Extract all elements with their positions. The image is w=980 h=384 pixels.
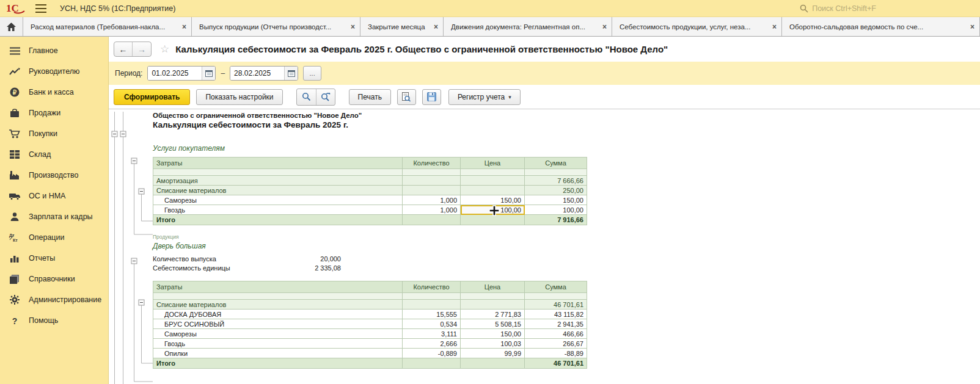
sum-cell[interactable]: 266,67 <box>525 339 587 349</box>
sum-cell[interactable]: -88,89 <box>525 349 587 358</box>
sidebar-item-8[interactable]: Зарплата и кадры <box>0 206 108 227</box>
tab-0[interactable]: Расход материалов (Требования-накла...× <box>23 17 192 36</box>
home-button[interactable] <box>0 17 23 36</box>
qty-cell[interactable]: 3,111 <box>403 329 461 339</box>
save-button[interactable] <box>422 89 441 105</box>
sidebar-item-1[interactable]: Руководителю <box>0 61 108 82</box>
collapse-toggle[interactable] <box>112 131 144 305</box>
show-settings-button[interactable]: Показать настройки <box>196 89 282 105</box>
price-cell[interactable] <box>461 186 525 195</box>
tab-close-icon[interactable]: × <box>772 23 777 31</box>
find-button[interactable] <box>297 89 316 105</box>
sum-cell[interactable]: 466,66 <box>525 329 587 339</box>
info-value[interactable]: 2 335,08 <box>281 264 341 272</box>
sidebar-item-11[interactable]: Справочники <box>0 269 108 289</box>
tab-close-icon[interactable]: × <box>434 23 438 31</box>
sum-cell[interactable]: 7 666,66 <box>525 176 587 186</box>
generate-button[interactable]: Сформировать <box>114 89 190 105</box>
sidebar-item-13[interactable]: ?Помощь <box>0 310 108 331</box>
qty-cell[interactable] <box>403 215 461 225</box>
sidebar-item-0[interactable]: Главное <box>0 40 108 61</box>
sum-cell[interactable]: 2 941,35 <box>525 319 587 329</box>
qty-cell[interactable] <box>403 176 461 186</box>
price-cell[interactable]: 100,03 <box>461 339 525 349</box>
qty-cell[interactable] <box>403 358 461 369</box>
qty-cell[interactable]: -0,889 <box>403 349 461 358</box>
forward-button[interactable]: → <box>133 42 151 56</box>
price-cell[interactable] <box>461 300 525 310</box>
section1-name[interactable]: Услуги покупателям <box>153 144 587 153</box>
favorite-star-icon[interactable]: ☆ <box>160 43 169 56</box>
qty-cell[interactable]: 15,555 <box>403 310 461 319</box>
calendar-button[interactable] <box>284 67 298 80</box>
back-button[interactable]: ← <box>114 42 133 56</box>
tab-close-icon[interactable]: × <box>970 23 975 31</box>
tab-1[interactable]: Выпуск продукции (Отчеты производст...× <box>192 17 360 36</box>
row-label-cell[interactable]: Гвоздь <box>153 339 403 349</box>
row-label-cell[interactable]: Саморезы <box>153 195 403 205</box>
price-cell[interactable] <box>461 215 525 225</box>
sidebar-item-4[interactable]: Покупки <box>0 123 108 144</box>
row-label-cell[interactable]: ДОСКА ДУБОВАЯ <box>153 310 403 319</box>
sum-cell[interactable]: 150,00 <box>525 195 587 205</box>
row-label-cell[interactable]: Гвоздь <box>153 205 403 215</box>
price-cell-selected[interactable]: 100,00 <box>461 205 525 215</box>
qty-cell[interactable]: 1,000 <box>403 195 461 205</box>
sidebar-item-2[interactable]: ₽Банк и касса <box>0 82 108 103</box>
sidebar-item-9[interactable]: ДтКтОперации <box>0 227 108 248</box>
price-cell[interactable]: 5 508,15 <box>461 319 525 329</box>
sidebar-item-10[interactable]: Отчеты <box>0 248 108 269</box>
sum-cell[interactable]: 250,00 <box>525 186 587 195</box>
main-menu-icon[interactable] <box>35 4 46 13</box>
tab-close-icon[interactable]: × <box>351 23 355 31</box>
qty-cell[interactable]: 1,000 <box>403 205 461 215</box>
tab-close-icon[interactable]: × <box>602 23 607 31</box>
row-label-cell[interactable]: Опилки <box>153 349 403 358</box>
sidebar-item-7[interactable]: ОС и НМА <box>0 186 108 206</box>
qty-cell[interactable]: 0,534 <box>403 319 461 329</box>
price-cell[interactable]: 2 771,83 <box>461 310 525 319</box>
register-dropdown[interactable]: Регистр учета ▾ <box>448 89 521 105</box>
sum-cell[interactable]: 46 701,61 <box>525 358 587 369</box>
row-label-cell[interactable]: Амортизация <box>153 176 403 186</box>
info-value[interactable]: 20,000 <box>281 255 341 263</box>
row-label-cell[interactable]: Списание материалов <box>153 300 403 310</box>
tab-5[interactable]: Оборотно-сальдовая ведомость по сче...× <box>782 17 980 36</box>
price-cell[interactable] <box>461 358 525 369</box>
qty-cell[interactable]: 2,666 <box>403 339 461 349</box>
print-preview-button[interactable] <box>397 89 416 105</box>
row-label-cell[interactable]: БРУС ОСИНОВЫЙ <box>153 319 403 329</box>
sidebar-item-6[interactable]: Производство <box>0 165 108 186</box>
qty-cell[interactable] <box>403 300 461 310</box>
sum-cell[interactable]: 46 701,61 <box>525 300 587 310</box>
find-next-button[interactable] <box>316 89 335 105</box>
tab-4[interactable]: Себестоимость продукции, услуг, неза...× <box>612 17 782 36</box>
print-button[interactable]: Печать <box>349 89 391 105</box>
price-cell[interactable]: 99,99 <box>461 349 525 358</box>
global-search[interactable]: Поиск Ctrl+Shift+F <box>800 4 974 13</box>
qty-cell[interactable] <box>403 186 461 195</box>
price-cell[interactable]: 150,00 <box>461 329 525 339</box>
sidebar-item-5[interactable]: Склад <box>0 144 108 165</box>
sidebar-item-label: Помощь <box>29 316 58 325</box>
sum-cell[interactable]: 7 916,66 <box>525 215 587 225</box>
section2-name[interactable]: Дверь большая <box>153 242 587 250</box>
sidebar-item-3[interactable]: Продажи <box>0 103 108 123</box>
period-more-button[interactable]: ... <box>303 66 321 81</box>
factory-icon <box>9 170 21 181</box>
row-label-cell[interactable]: Итого <box>153 215 403 225</box>
calendar-button[interactable] <box>202 67 215 80</box>
sum-cell[interactable]: 43 115,82 <box>525 310 587 319</box>
price-cell[interactable] <box>461 176 525 186</box>
period-to-input[interactable] <box>230 67 284 80</box>
period-from-input[interactable] <box>148 67 202 80</box>
row-label-cell[interactable]: Итого <box>153 358 403 369</box>
tab-close-icon[interactable]: × <box>182 23 186 31</box>
sidebar-item-12[interactable]: Администрирование <box>0 289 108 310</box>
row-label-cell[interactable]: Саморезы <box>153 329 403 339</box>
row-label-cell[interactable]: Списание материалов <box>153 186 403 195</box>
tab-2[interactable]: Закрытие месяца× <box>360 17 444 36</box>
tab-3[interactable]: Движения документа: Регламентная оп...× <box>444 17 612 36</box>
price-cell[interactable]: 150,00 <box>461 195 525 205</box>
sum-cell[interactable]: 100,00 <box>525 205 587 215</box>
